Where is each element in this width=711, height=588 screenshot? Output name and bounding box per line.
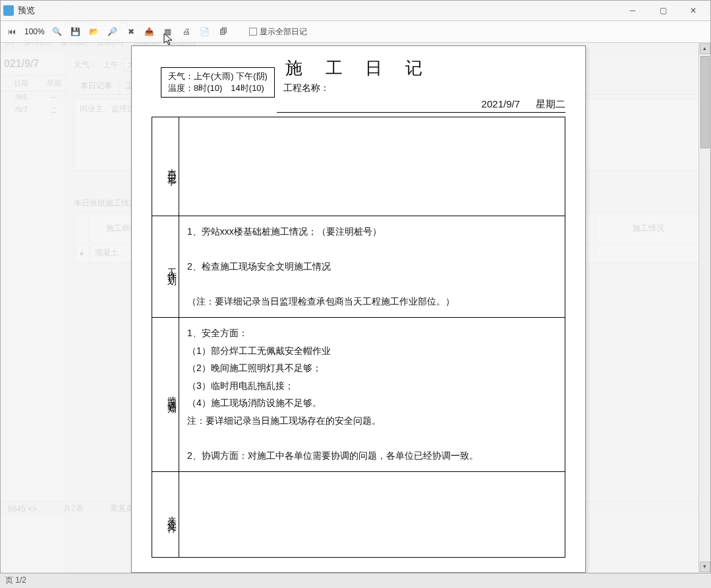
section-body-today (179, 117, 565, 216)
page-status: 页 1/2 (5, 575, 26, 586)
preview-title: 预览 (18, 5, 35, 16)
save-icon[interactable]: 💾 (70, 26, 82, 38)
preview-window: 预览 ─ ▢ ✕ ⏮ 100% 🔍 💾 📂 🔎 ✖ 📤 ▦ 🖨 📄 🗐 显示全部… (0, 0, 711, 573)
multi-page-icon[interactable]: 🗐 (217, 26, 229, 38)
section-body-notice: 1、安全方面： （1）部分焊工工无佩戴安全帽作业 （2）晚间施工照明灯具不足够；… (179, 317, 565, 471)
doc-weekday: 星期二 (536, 98, 565, 111)
doc-weather-box: 天气：上午(大雨) 下午(阴) 温度：8时(10) 14时(10) (161, 67, 275, 98)
notice-l7: 2、协调方面：对施工中各单位需要协调的问题，各单位已经协调一致。 (187, 447, 557, 465)
page-status-bar: 页 1/2 (0, 572, 711, 588)
open-icon[interactable]: 📂 (88, 26, 100, 38)
preview-titlebar[interactable]: 预览 ─ ▢ ✕ (1, 1, 710, 20)
export-icon[interactable]: 📤 (144, 26, 156, 38)
first-page-icon[interactable]: ⏮ (6, 26, 18, 38)
doc-temp-line: 温度：8时(10) 14时(10) (168, 82, 268, 94)
section-body-docs (179, 471, 565, 557)
doc-weather-line: 天气：上午(大雨) 下午(阴) (168, 71, 268, 82)
section-head-docs: 来往文件 (152, 471, 179, 557)
section-head-notice: 监理通知 (152, 317, 179, 471)
search-icon[interactable]: 🔎 (107, 26, 119, 38)
plan-line-1: 1、旁站xxx楼基础桩施工情况；（要注明桩号） (187, 223, 557, 241)
section-head-today: 本日记事 (152, 117, 179, 216)
delete-icon[interactable]: ✖ (125, 26, 137, 38)
page-icon[interactable]: 📄 (199, 26, 211, 38)
preview-toolbar: ⏮ 100% 🔍 💾 📂 🔎 ✖ 📤 ▦ 🖨 📄 🗐 显示全部日记 (1, 20, 710, 43)
plan-line-2: 2、检查施工现场安全文明施工情况 (187, 258, 557, 276)
show-all-checkbox[interactable]: 显示全部日记 (249, 26, 307, 38)
notice-l4: （3）临时用电乱拖乱接； (187, 377, 557, 395)
notice-l3: （2）晚间施工照明灯具不足够； (187, 359, 557, 377)
plan-note: （注：要详细记录当日监理检查承包商当天工程施工作业部位。） (187, 293, 557, 310)
zoom-value[interactable]: 100% (24, 27, 45, 36)
vertical-scrollbar[interactable]: ▴ ▾ (698, 43, 710, 573)
preview-content-area: 天气：上午(大雨) 下午(阴) 温度：8时(10) 14时(10) 施 工 日 … (1, 43, 710, 573)
scroll-up-icon[interactable]: ▴ (700, 44, 710, 54)
close-button[interactable]: ✕ (679, 1, 708, 20)
maximize-button[interactable]: ▢ (648, 1, 677, 20)
notice-l5: （4）施工现场消防设施不足够。 (187, 394, 557, 412)
notice-l1: 1、安全方面： (187, 324, 557, 342)
document-page: 天气：上午(大雨) 下午(阴) 温度：8时(10) 14时(10) 施 工 日 … (131, 45, 586, 573)
scroll-down-icon[interactable]: ▾ (700, 562, 710, 572)
scroll-thumb[interactable] (700, 56, 710, 148)
doc-date: 2021/9/7 (482, 98, 520, 111)
section-head-plan: 工作计划 (152, 216, 179, 318)
grid-icon[interactable]: ▦ (162, 26, 174, 38)
doc-date-line: 2021/9/7 星期二 (277, 98, 565, 113)
notice-l6: 注：要详细记录当日施工现场存在的安全问题。 (187, 412, 557, 430)
zoom-in-icon[interactable]: 🔍 (51, 26, 63, 38)
minimize-button[interactable]: ─ (618, 1, 647, 20)
checkbox-icon (249, 28, 257, 36)
show-all-label: 显示全部日记 (260, 26, 307, 38)
app-icon (3, 5, 14, 16)
section-body-plan: 1、旁站xxx楼基础桩施工情况；（要注明桩号） 2、检查施工现场安全文明施工情况… (179, 216, 565, 318)
notice-l2: （1）部分焊工工无佩戴安全帽作业 (187, 342, 557, 360)
print-icon[interactable]: 🖨 (181, 26, 192, 38)
doc-table: 本日记事 工作计划 1、旁站xxx楼基础桩施工情况；（要注明桩号） 2、检查施工… (152, 117, 565, 558)
doc-project-label: 工程名称： (283, 82, 565, 94)
